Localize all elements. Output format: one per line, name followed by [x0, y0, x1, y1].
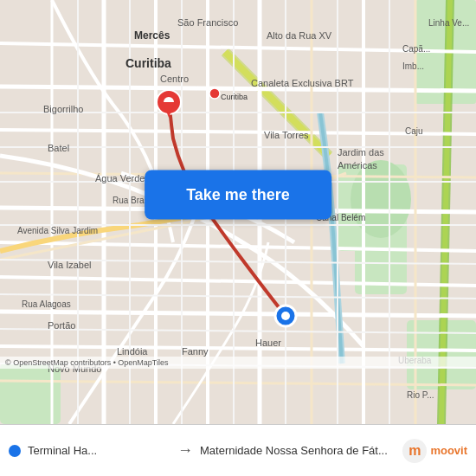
- svg-text:Jardim das: Jardim das: [338, 147, 384, 158]
- svg-text:Capã...: Capã...: [402, 44, 430, 54]
- svg-text:Mercês: Mercês: [134, 29, 170, 42]
- svg-text:Curitiba: Curitiba: [125, 56, 171, 70]
- svg-text:Linha Ve...: Linha Ve...: [428, 18, 469, 28]
- svg-text:Batel: Batel: [48, 143, 69, 153]
- svg-text:Rua Alagoas: Rua Alagoas: [22, 299, 71, 309]
- svg-text:Alto da Rua XV: Alto da Rua XV: [267, 30, 332, 41]
- bottom-bar: Terminal Ha... → Maternidade Nossa Senho…: [0, 424, 476, 476]
- attribution-text: © OpenStreetMap contributors • OpenMapTi…: [5, 358, 169, 367]
- moovit-text: moovit: [430, 444, 467, 457]
- svg-point-6: [351, 160, 411, 238]
- route-arrow-icon: →: [177, 441, 193, 460]
- svg-text:Vila Torres: Vila Torres: [264, 130, 309, 140]
- svg-point-73: [209, 88, 220, 99]
- svg-point-44: [281, 312, 290, 320]
- svg-text:Caju: Caju: [405, 126, 423, 136]
- svg-text:Lindóia: Lindóia: [117, 346, 148, 357]
- route-to-label: Maternidade Nossa Senhora de Fát...: [200, 444, 388, 457]
- svg-text:Hauer: Hauer: [255, 338, 281, 348]
- svg-text:Vila Izabel: Vila Izabel: [48, 260, 92, 270]
- svg-text:Água Verde: Água Verde: [95, 173, 145, 183]
- svg-text:Portão: Portão: [48, 320, 75, 331]
- svg-text:Rio P...: Rio P...: [407, 390, 434, 400]
- moovit-icon: m: [402, 439, 427, 463]
- moovit-logo: m moovit: [402, 439, 467, 463]
- svg-text:Centro: Centro: [160, 74, 189, 84]
- svg-text:Avenida Silva Jardim: Avenida Silva Jardim: [17, 226, 98, 235]
- route-from-icon: [9, 445, 21, 457]
- svg-text:Canaleta Exclusiva BRT: Canaleta Exclusiva BRT: [251, 78, 354, 88]
- route-from: Terminal Ha...: [9, 444, 170, 457]
- take-me-there-button[interactable]: Take me there: [145, 170, 331, 220]
- svg-text:Curitiba: Curitiba: [221, 93, 248, 101]
- map-container: Mercês São Francisco Curitiba Centro Alt…: [0, 0, 476, 424]
- map-attribution: © OpenStreetMap contributors • OpenMapTi…: [0, 357, 476, 369]
- svg-text:Imb...: Imb...: [402, 61, 424, 71]
- route-from-label: Terminal Ha...: [28, 444, 97, 457]
- svg-text:Bigorrilho: Bigorrilho: [43, 104, 83, 114]
- svg-text:Fanny: Fanny: [182, 346, 209, 357]
- svg-text:Américas: Américas: [338, 160, 377, 170]
- route-to: Maternidade Nossa Senhora de Fát...: [200, 444, 394, 457]
- svg-text:São Francisco: São Francisco: [177, 17, 238, 28]
